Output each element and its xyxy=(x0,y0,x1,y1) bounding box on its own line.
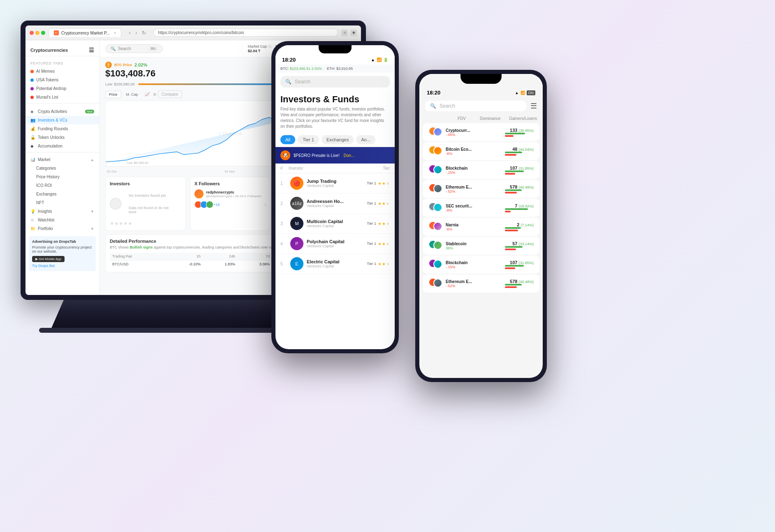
close-window-btn[interactable] xyxy=(30,31,34,35)
sidebar-item-portfolio[interactable]: 📁 Portfolio ▼ xyxy=(25,224,99,233)
phone1-bezel: 18:20 ▲ 📶 🔋 BTC: $103,406.91 2.02% ETH: … xyxy=(271,41,399,353)
polychain-stars: ★ ★ ★ xyxy=(378,242,390,246)
market-row-9-info: Ethereum E... -.52% xyxy=(446,279,502,288)
row3-change: -.15% xyxy=(446,170,456,175)
phone2-status-icons: ▲ 📶 ON xyxy=(515,90,535,95)
filter-tab-an[interactable]: An... xyxy=(356,135,375,144)
market-row-6[interactable]: Narnia -6% 2 (7.14%) xyxy=(423,218,539,236)
row7-bar-red xyxy=(505,249,516,250)
try-drops-bot-link[interactable]: Try Drops Bot xyxy=(32,264,93,268)
sidebar-item-crypto-activities[interactable]: ◈ Crypto Activities New xyxy=(25,107,99,116)
sidebar-item-categories[interactable]: Categories xyxy=(25,164,99,173)
jump-trading-name: Jump Trading xyxy=(307,179,363,184)
market-row-8[interactable]: Blockchain -.15% 107 (31.85%) xyxy=(423,256,539,274)
tab-title: Cryptocurrency Market P... xyxy=(61,31,110,35)
investor-row-5[interactable]: 5 E Electric Capital Ventures Capital Ti… xyxy=(275,254,395,274)
get-mobile-app-btn[interactable]: ▶ Get Mobile App xyxy=(32,256,65,262)
phone2-wifi: ▲ xyxy=(515,91,519,95)
sidebar-item-funding[interactable]: 💰 Funding Rounds xyxy=(25,124,99,133)
market-row-8-info: Blockchain -.15% xyxy=(446,260,502,269)
url-input[interactable]: https://cryptocurrencymrktpro.com/coins/… xyxy=(153,29,338,37)
tab-mcap[interactable]: M. Cap xyxy=(123,91,141,98)
bookmark-btn[interactable]: ☆ xyxy=(341,30,348,36)
row8-name: Blockchain xyxy=(446,260,502,265)
back-btn[interactable]: ‹ xyxy=(127,29,132,37)
market-row-2[interactable]: Bitcoin Eco... -6% 48 (44.04%) xyxy=(423,142,539,160)
low-price: Low: $100,680.00 xyxy=(105,82,135,86)
token-label: Token Unlocks xyxy=(38,135,65,140)
sidebar-item-market[interactable]: 📊 Market ▲ xyxy=(25,155,99,164)
sidebar-item-exchanges[interactable]: Exchanges xyxy=(25,190,99,198)
market-row-5[interactable]: SEC securit... -8% 7 (18.92%) xyxy=(423,199,539,217)
sidebar-item-ico-roi[interactable]: ICO ROI xyxy=(25,181,99,190)
sidebar-item-airdrop[interactable]: Potential Airdrop xyxy=(25,84,99,93)
phone2-menu-icon[interactable]: ☰ xyxy=(530,101,537,111)
sidebar-item-ai-memes[interactable]: AI Memes xyxy=(25,67,99,76)
investor-row-1[interactable]: 1 🔴 Jump Trading Ventures Capital Tier 1… xyxy=(275,173,395,193)
row6-change: -6% xyxy=(446,227,452,231)
minimize-window-btn[interactable] xyxy=(35,31,39,35)
investors-label: Investors & VCs xyxy=(38,118,67,122)
tab-favicon: C xyxy=(54,30,59,35)
inv-num-3: 3 xyxy=(280,221,287,226)
sidebar-item-murad[interactable]: Murad's List xyxy=(25,93,99,101)
extension-btn[interactable]: ⊕ xyxy=(350,30,357,36)
sec-icon2 xyxy=(433,203,442,212)
row6-count: 2 (7.14%) xyxy=(505,222,534,227)
row4-right: 578 (40.48%) xyxy=(505,184,534,193)
sidebar-item-nft[interactable]: NFT xyxy=(25,198,99,207)
browser-tab[interactable]: C Cryptocurrency Market P... × xyxy=(49,28,121,37)
maximize-window-btn[interactable] xyxy=(41,31,45,35)
more-followers-link[interactable]: +14 xyxy=(213,203,220,207)
row7-count: 57 (33.14%) xyxy=(505,241,534,246)
market-row-7[interactable]: Stablecoin 36% 57 (33.14%) xyxy=(423,237,539,255)
row9-bars xyxy=(505,284,534,288)
row4-name: Ethereum E... xyxy=(446,185,502,189)
forward-btn[interactable]: › xyxy=(134,29,139,37)
market-row-4[interactable]: Ethereum E... -.52% 578 (40.48%) xyxy=(423,180,539,198)
market-row-1[interactable]: Cryptocurr... -.05% 133 (35.95%) xyxy=(423,123,539,141)
portfolio-chevron: ▼ xyxy=(90,227,94,231)
sidebar-item-insights[interactable]: 💡 Insights ▼ xyxy=(25,207,99,216)
row8-stats: -.15% xyxy=(446,265,502,269)
airdrop-dot xyxy=(30,87,34,90)
followers-chevron[interactable]: › xyxy=(265,203,266,207)
th-num: # xyxy=(280,166,289,170)
sidebar-item-accumulation[interactable]: ◆ Accumulation xyxy=(25,142,99,150)
market-row-3-info: Blockchain -.15% xyxy=(446,166,502,175)
market-cap-stat: Market Cap ⓘ $2.04 T xyxy=(248,44,271,53)
row5-name: SEC securit... xyxy=(446,204,502,208)
phone1-status-bar: 18:20 ▲ 📶 🔋 xyxy=(275,53,395,64)
row2-bar-red xyxy=(505,154,516,156)
funding-label: Funding Rounds xyxy=(38,127,68,131)
phone2-search[interactable]: 🔍 Search xyxy=(425,101,526,111)
top-search[interactable]: 🔍 Search ⌘K xyxy=(105,44,163,53)
sidebar-item-watchlist[interactable]: ☆ Watchlist xyxy=(25,216,99,224)
filter-tab-tier1[interactable]: Tier 1 xyxy=(298,135,319,144)
sidebar-item-investors[interactable]: 👥 Investors & VCs xyxy=(25,116,99,124)
row3-bars xyxy=(505,170,534,175)
reload-btn[interactable]: ↻ xyxy=(140,29,148,37)
filter-tab-all[interactable]: All xyxy=(280,135,295,144)
phone1-search[interactable]: 🔍 Search xyxy=(280,76,390,88)
market-row-9[interactable]: Ethereum E... -.52% 578 (40.48%) xyxy=(423,274,539,292)
investor-row-4[interactable]: 4 P Polychain Capital Ventures Capital T… xyxy=(275,234,395,254)
tab-price[interactable]: Price xyxy=(105,91,121,98)
sidebar-item-usa-tokens[interactable]: USA Tokens xyxy=(25,76,99,84)
sidebar-menu-icon[interactable]: ☰ xyxy=(89,47,94,53)
followers-title: X Followers xyxy=(194,181,266,186)
chart-icon: 📈 xyxy=(145,92,150,97)
filter-tab-exchanges[interactable]: Exchanges xyxy=(322,135,354,144)
investor-row-2[interactable]: 2 a16z Andreessen Ho... Ventures Capital… xyxy=(275,193,395,214)
sidebar-item-price-history[interactable]: Price History xyxy=(25,173,99,181)
investor-row-3[interactable]: 3 M Multicoin Capital Ventures Capital T… xyxy=(275,214,395,234)
blockchain2-icon2 xyxy=(433,260,442,269)
compare-btn[interactable]: Compare xyxy=(158,90,182,98)
sidebar-item-token-unlocks[interactable]: 🔓 Token Unlocks xyxy=(25,133,99,142)
followers-card: X Followers redphonecrypto @redphonecryp… xyxy=(190,177,271,231)
follower-avatar xyxy=(194,189,204,198)
row1-bar-red xyxy=(505,135,514,137)
market-row-3[interactable]: Blockchain -.15% 107 (31.85%) xyxy=(423,161,539,179)
phone1-notch xyxy=(319,45,352,53)
multicoin-name: Multicoin Capital xyxy=(307,219,363,224)
